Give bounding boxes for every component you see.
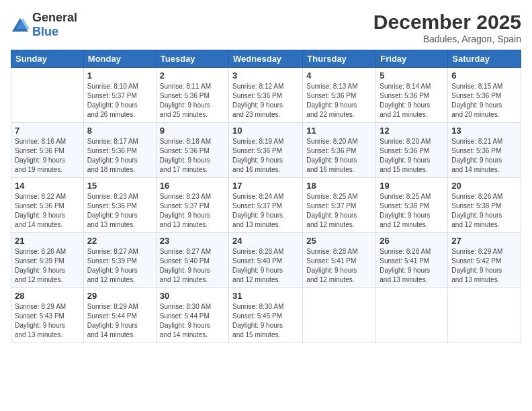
calendar-cell: 8Sunrise: 8:17 AM Sunset: 5:36 PM Daylig…: [83, 123, 156, 178]
day-info: Sunrise: 8:12 AM Sunset: 5:36 PM Dayligh…: [232, 82, 299, 120]
calendar-week-row: 21Sunrise: 8:26 AM Sunset: 5:39 PM Dayli…: [11, 233, 521, 288]
day-info: Sunrise: 8:19 AM Sunset: 5:36 PM Dayligh…: [232, 137, 299, 175]
title-block: December 2025 Badules, Aragon, Spain: [373, 11, 521, 44]
calendar-cell: 6Sunrise: 8:15 AM Sunset: 5:36 PM Daylig…: [448, 68, 521, 123]
col-header-sunday: Sunday: [11, 50, 84, 68]
calendar-cell: 2Sunrise: 8:11 AM Sunset: 5:36 PM Daylig…: [156, 68, 228, 123]
day-info: Sunrise: 8:20 AM Sunset: 5:36 PM Dayligh…: [306, 137, 372, 175]
day-number: 14: [15, 181, 80, 191]
day-info: Sunrise: 8:26 AM Sunset: 5:39 PM Dayligh…: [15, 247, 80, 285]
day-info: Sunrise: 8:30 AM Sunset: 5:44 PM Dayligh…: [160, 302, 225, 340]
day-number: 9: [160, 126, 225, 136]
calendar-cell: 16Sunrise: 8:23 AM Sunset: 5:37 PM Dayli…: [156, 178, 228, 233]
calendar-cell: 4Sunrise: 8:13 AM Sunset: 5:36 PM Daylig…: [303, 68, 376, 123]
calendar-week-row: 7Sunrise: 8:16 AM Sunset: 5:36 PM Daylig…: [11, 123, 521, 178]
day-info: Sunrise: 8:28 AM Sunset: 5:41 PM Dayligh…: [380, 247, 444, 285]
calendar-cell: 31Sunrise: 8:30 AM Sunset: 5:45 PM Dayli…: [229, 288, 303, 343]
calendar-cell: 28Sunrise: 8:29 AM Sunset: 5:43 PM Dayli…: [11, 288, 84, 343]
calendar-header-row: SundayMondayTuesdayWednesdayThursdayFrid…: [11, 50, 521, 68]
day-info: Sunrise: 8:24 AM Sunset: 5:37 PM Dayligh…: [232, 192, 299, 230]
day-number: 17: [232, 181, 299, 191]
day-info: Sunrise: 8:26 AM Sunset: 5:38 PM Dayligh…: [451, 192, 517, 230]
calendar-cell: 11Sunrise: 8:20 AM Sunset: 5:36 PM Dayli…: [303, 123, 376, 178]
calendar-cell: 21Sunrise: 8:26 AM Sunset: 5:39 PM Dayli…: [11, 233, 84, 288]
calendar-cell: 1Sunrise: 8:10 AM Sunset: 5:37 PM Daylig…: [83, 68, 156, 123]
calendar-cell: 19Sunrise: 8:25 AM Sunset: 5:38 PM Dayli…: [376, 178, 448, 233]
day-info: Sunrise: 8:17 AM Sunset: 5:36 PM Dayligh…: [87, 137, 152, 175]
calendar-cell: 12Sunrise: 8:20 AM Sunset: 5:36 PM Dayli…: [376, 123, 448, 178]
day-number: 22: [87, 236, 152, 246]
day-info: Sunrise: 8:14 AM Sunset: 5:36 PM Dayligh…: [380, 82, 444, 120]
day-info: Sunrise: 8:10 AM Sunset: 5:37 PM Dayligh…: [87, 82, 152, 120]
col-header-thursday: Thursday: [303, 50, 376, 68]
day-number: 30: [160, 291, 225, 301]
calendar-cell: 9Sunrise: 8:18 AM Sunset: 5:36 PM Daylig…: [156, 123, 228, 178]
day-info: Sunrise: 8:29 AM Sunset: 5:42 PM Dayligh…: [451, 247, 517, 285]
day-info: Sunrise: 8:27 AM Sunset: 5:39 PM Dayligh…: [87, 247, 152, 285]
day-number: 4: [306, 71, 372, 81]
calendar-cell: 18Sunrise: 8:25 AM Sunset: 5:37 PM Dayli…: [303, 178, 376, 233]
calendar-cell: 27Sunrise: 8:29 AM Sunset: 5:42 PM Dayli…: [448, 233, 521, 288]
page-container: General Blue December 2025 Badules, Arag…: [0, 0, 532, 350]
day-number: 3: [232, 71, 299, 81]
calendar-cell: [303, 288, 376, 343]
day-number: 18: [306, 181, 372, 191]
calendar-cell: 29Sunrise: 8:29 AM Sunset: 5:44 PM Dayli…: [83, 288, 156, 343]
logo-general: General: [32, 11, 77, 24]
day-number: 1: [87, 71, 152, 81]
logo-blue: Blue: [32, 25, 58, 38]
day-info: Sunrise: 8:16 AM Sunset: 5:36 PM Dayligh…: [15, 137, 80, 175]
day-info: Sunrise: 8:29 AM Sunset: 5:43 PM Dayligh…: [15, 302, 80, 340]
day-number: 2: [160, 71, 225, 81]
day-number: 26: [380, 236, 444, 246]
day-number: 31: [232, 291, 299, 301]
day-number: 13: [451, 126, 517, 136]
col-header-tuesday: Tuesday: [156, 50, 228, 68]
location-title: Badules, Aragon, Spain: [373, 34, 521, 44]
day-number: 8: [87, 126, 152, 136]
calendar-table: SundayMondayTuesdayWednesdayThursdayFrid…: [11, 50, 521, 343]
calendar-cell: 25Sunrise: 8:28 AM Sunset: 5:41 PM Dayli…: [303, 233, 376, 288]
day-number: 27: [451, 236, 517, 246]
calendar-cell: 22Sunrise: 8:27 AM Sunset: 5:39 PM Dayli…: [83, 233, 156, 288]
day-number: 28: [15, 291, 80, 301]
calendar-cell: 13Sunrise: 8:21 AM Sunset: 5:36 PM Dayli…: [448, 123, 521, 178]
day-number: 10: [232, 126, 299, 136]
calendar-cell: [376, 288, 448, 343]
col-header-friday: Friday: [376, 50, 448, 68]
day-number: 15: [87, 181, 152, 191]
calendar-cell: 30Sunrise: 8:30 AM Sunset: 5:44 PM Dayli…: [156, 288, 228, 343]
day-info: Sunrise: 8:30 AM Sunset: 5:45 PM Dayligh…: [232, 302, 299, 340]
col-header-monday: Monday: [83, 50, 156, 68]
day-info: Sunrise: 8:21 AM Sunset: 5:36 PM Dayligh…: [451, 137, 517, 175]
day-number: 16: [160, 181, 225, 191]
calendar-cell: 7Sunrise: 8:16 AM Sunset: 5:36 PM Daylig…: [11, 123, 84, 178]
calendar-cell: 20Sunrise: 8:26 AM Sunset: 5:38 PM Dayli…: [448, 178, 521, 233]
calendar-cell: 24Sunrise: 8:28 AM Sunset: 5:40 PM Dayli…: [229, 233, 303, 288]
calendar-week-row: 14Sunrise: 8:22 AM Sunset: 5:36 PM Dayli…: [11, 178, 521, 233]
month-title: December 2025: [373, 11, 521, 34]
col-header-wednesday: Wednesday: [229, 50, 303, 68]
calendar-cell: 15Sunrise: 8:23 AM Sunset: 5:36 PM Dayli…: [83, 178, 156, 233]
day-info: Sunrise: 8:23 AM Sunset: 5:37 PM Dayligh…: [160, 192, 225, 230]
calendar-week-row: 1Sunrise: 8:10 AM Sunset: 5:37 PM Daylig…: [11, 68, 521, 123]
day-info: Sunrise: 8:18 AM Sunset: 5:36 PM Dayligh…: [160, 137, 225, 175]
calendar-cell: 14Sunrise: 8:22 AM Sunset: 5:36 PM Dayli…: [11, 178, 84, 233]
calendar-week-row: 28Sunrise: 8:29 AM Sunset: 5:43 PM Dayli…: [11, 288, 521, 343]
calendar-cell: [448, 288, 521, 343]
day-info: Sunrise: 8:13 AM Sunset: 5:36 PM Dayligh…: [306, 82, 372, 120]
calendar-cell: 23Sunrise: 8:27 AM Sunset: 5:40 PM Dayli…: [156, 233, 228, 288]
col-header-saturday: Saturday: [448, 50, 521, 68]
day-number: 20: [451, 181, 517, 191]
day-info: Sunrise: 8:23 AM Sunset: 5:36 PM Dayligh…: [87, 192, 152, 230]
day-number: 11: [306, 126, 372, 136]
logo-icon: [11, 17, 30, 33]
day-info: Sunrise: 8:25 AM Sunset: 5:37 PM Dayligh…: [306, 192, 372, 230]
day-number: 24: [232, 236, 299, 246]
day-info: Sunrise: 8:28 AM Sunset: 5:40 PM Dayligh…: [232, 247, 299, 285]
calendar-cell: 17Sunrise: 8:24 AM Sunset: 5:37 PM Dayli…: [229, 178, 303, 233]
day-info: Sunrise: 8:15 AM Sunset: 5:36 PM Dayligh…: [451, 82, 517, 120]
day-number: 7: [15, 126, 80, 136]
day-info: Sunrise: 8:22 AM Sunset: 5:36 PM Dayligh…: [15, 192, 80, 230]
day-number: 25: [306, 236, 372, 246]
